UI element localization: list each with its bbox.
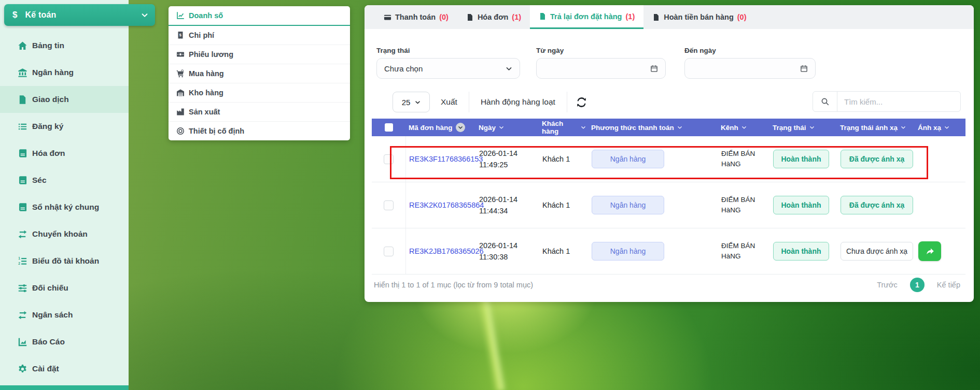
order-code-link[interactable]: RE3K2JB1768365026 bbox=[406, 247, 476, 255]
order-code-link[interactable]: RE3K3F11768366153 bbox=[406, 155, 476, 163]
column-header-khach-hang[interactable]: Khách hàng bbox=[539, 120, 589, 135]
time-value: 11:44:34 bbox=[479, 205, 536, 216]
sidebar-item-doi-chieu[interactable]: Đối chiếu bbox=[0, 275, 129, 301]
submenu-item-label: Phiếu lương bbox=[189, 50, 233, 59]
map-status-badge: Đã được ánh xạ bbox=[841, 196, 913, 214]
module-header[interactable]: $ Kế toán bbox=[4, 4, 155, 26]
pagination-next[interactable]: Kế tiếp bbox=[937, 281, 960, 289]
tab-count: (0) bbox=[439, 13, 449, 21]
customer-name: Khách 1 bbox=[539, 155, 589, 163]
to-date-label: Đến ngày bbox=[684, 47, 716, 54]
bulk-actions-button[interactable]: Hành động hàng loạt bbox=[479, 97, 557, 107]
date-value: 2026-01-14 bbox=[479, 194, 536, 205]
map-action-button[interactable] bbox=[918, 241, 941, 261]
chevron-down-icon bbox=[677, 125, 682, 130]
map-status-badge: Chưa được ánh xạ bbox=[841, 242, 913, 261]
submenu-item-phieu-luong[interactable]: Phiếu lương bbox=[169, 45, 350, 64]
row-checkbox[interactable] bbox=[384, 154, 394, 164]
tab-hoa-don[interactable]: Hóa đơn (1) bbox=[457, 5, 530, 29]
column-header-anh-xa[interactable]: Ánh xạ bbox=[915, 124, 965, 132]
search-input[interactable] bbox=[837, 97, 960, 106]
chevron-down-icon bbox=[581, 125, 586, 130]
money-icon bbox=[176, 50, 185, 59]
sidebar-item-bang-tin[interactable]: Bảng tin bbox=[0, 32, 129, 59]
bullseye-icon bbox=[176, 127, 185, 135]
pagination-page-1[interactable]: 1 bbox=[910, 278, 925, 292]
refresh-icon[interactable] bbox=[577, 97, 586, 107]
tab-thanh-toan[interactable]: Thanh toán (0) bbox=[375, 5, 457, 29]
sidebar-item-cai-dat[interactable]: Cài đặt bbox=[0, 355, 129, 382]
order-date: 2026-01-1411:49:25 bbox=[476, 148, 539, 171]
status-badge: Hoàn thành bbox=[773, 242, 829, 261]
column-label: Ánh xạ bbox=[918, 124, 941, 132]
tab-count: (1) bbox=[625, 12, 635, 21]
export-button[interactable]: Xuất bbox=[439, 97, 459, 107]
sidebar-item-label: Đối chiếu bbox=[32, 283, 68, 293]
submenu-item-chi-phi[interactable]: $ Chi phí bbox=[169, 26, 350, 45]
row-select-cell bbox=[372, 182, 406, 228]
sidebar-item-sec[interactable]: Séc bbox=[0, 167, 129, 194]
sidebar-item-chuyen-khoan[interactable]: Chuyển khoản bbox=[0, 221, 129, 248]
page-size-select[interactable]: 25 bbox=[393, 92, 430, 112]
sort-active-icon bbox=[456, 123, 465, 132]
sidebar-item-ngan-sach[interactable]: Ngân sách bbox=[0, 301, 129, 328]
to-date-input[interactable] bbox=[684, 58, 816, 79]
file-icon bbox=[18, 95, 27, 105]
channel-name: ĐIỂM BÁN HàNG bbox=[718, 195, 770, 216]
chevron-down-icon bbox=[741, 125, 747, 130]
sidebar-item-bieu-do-tai-khoan[interactable]: 12 Biểu đồ tài khoản bbox=[0, 248, 129, 275]
column-header-kenh[interactable]: Kênh bbox=[718, 124, 770, 132]
sidebar-item-bao-cao[interactable]: Báo Cáo bbox=[0, 328, 129, 355]
toolbar-divider bbox=[567, 92, 567, 112]
tab-hoan-tien-ban-hang[interactable]: Hoàn tiền bán hàng (0) bbox=[643, 5, 755, 29]
payment-method-chip: Ngân hàng bbox=[592, 196, 664, 214]
row-checkbox[interactable] bbox=[384, 247, 394, 256]
order-date: 2026-01-1411:44:34 bbox=[476, 194, 539, 217]
column-header-phuong-thuc-thanh-toan[interactable]: Phương thức thanh toán bbox=[589, 124, 718, 132]
order-code-link[interactable]: RE3K2K01768365864 bbox=[406, 201, 476, 209]
submenu-item-label: Mua hàng bbox=[189, 69, 224, 78]
table-header-row: Mã đơn hàng Ngày Khách hàng Phương thức … bbox=[372, 119, 965, 136]
column-header-trang-thai-anh-xa[interactable]: Trạng thái ánh xạ bbox=[837, 124, 915, 132]
chevron-down-icon bbox=[809, 125, 815, 130]
sidebar-item-so-nhat-ky-chung[interactable]: Sổ nhật ký chung bbox=[0, 194, 129, 221]
submenu-item-label: Doanh số bbox=[189, 11, 223, 20]
search-icon bbox=[813, 92, 837, 111]
submenu-item-kho-hang[interactable]: Kho hàng bbox=[169, 83, 350, 103]
column-header-trang-thai[interactable]: Trạng thái bbox=[770, 124, 837, 132]
sidebar-item-label: Ngân sách bbox=[32, 310, 73, 320]
sidebar-item-ngan-hang[interactable]: Ngân hàng bbox=[0, 59, 129, 86]
select-all-checkbox[interactable] bbox=[385, 123, 393, 132]
row-checkbox[interactable] bbox=[384, 200, 394, 210]
pagination-prev[interactable]: Trước bbox=[877, 281, 898, 289]
column-label: Mã đơn hàng bbox=[409, 124, 453, 132]
submenu-item-doanh-so[interactable]: Doanh số bbox=[169, 6, 350, 26]
calendar-icon bbox=[800, 65, 808, 73]
submenu-item-mua-hang[interactable]: Mua hàng bbox=[169, 64, 350, 83]
book-icon bbox=[18, 203, 27, 212]
sidebar-item-label: Giao dịch bbox=[32, 95, 69, 104]
from-date-input[interactable] bbox=[536, 58, 666, 79]
cart-plus-icon bbox=[176, 69, 185, 78]
svg-text:$: $ bbox=[179, 33, 181, 37]
sidebar-item-label: Chuyển khoản bbox=[32, 229, 88, 239]
sidebar-bottom-bar bbox=[0, 385, 129, 390]
column-label: Trạng thái bbox=[773, 124, 806, 132]
submenu-item-san-xuat[interactable]: Sản xuất bbox=[169, 103, 350, 122]
sidebar-item-hoa-don[interactable]: Hóa đơn bbox=[0, 140, 129, 167]
submenu-item-thiet-bi-co-dinh[interactable]: Thiết bị cố định bbox=[169, 122, 350, 140]
tab-count: (1) bbox=[512, 13, 521, 21]
svg-text:2: 2 bbox=[18, 262, 20, 265]
submenu-item-label: Sản xuất bbox=[189, 108, 220, 116]
tab-label: Hóa đơn bbox=[478, 13, 508, 21]
chevron-down-icon bbox=[141, 11, 148, 19]
sidebar-item-giao-dich[interactable]: Giao dịch bbox=[0, 86, 129, 113]
sidebar-item-label: Biểu đồ tài khoản bbox=[32, 256, 99, 266]
column-header-ma-don-hang[interactable]: Mã đơn hàng bbox=[406, 123, 476, 132]
tab-label: Hoàn tiền bán hàng bbox=[664, 13, 734, 21]
status-select[interactable]: Chưa chọn bbox=[376, 58, 520, 79]
tab-tra-lai-don-dat-hang[interactable]: Trả lại đơn đặt hàng (1) bbox=[530, 5, 643, 29]
column-header-ngay[interactable]: Ngày bbox=[476, 124, 539, 132]
sidebar-item-dang-ky[interactable]: Đăng ký bbox=[0, 113, 129, 140]
receipt-dollar-icon: $ bbox=[176, 31, 185, 39]
